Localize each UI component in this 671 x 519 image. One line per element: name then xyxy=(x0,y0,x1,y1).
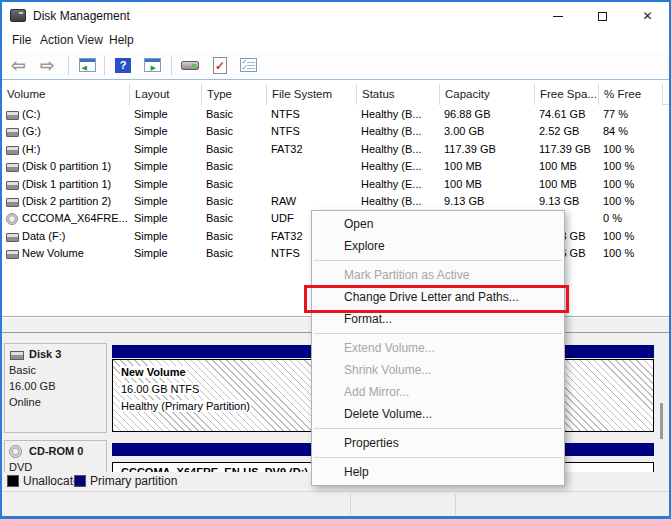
disk-management-window: Disk Management ✕ FileActionViewHelp ⇦⇨◀… xyxy=(0,0,671,519)
table-cell: NTFS xyxy=(271,125,300,137)
disk3-label-panel[interactable]: Disk 3 Basic 16.00 GB Online xyxy=(4,343,107,433)
menu-item-shrink-volume: Shrink Volume... xyxy=(312,359,564,381)
console-tree-icon[interactable]: ◀ xyxy=(75,55,99,77)
bottom-pane-scrollbar[interactable] xyxy=(658,337,665,468)
table-cell: (H:) xyxy=(22,143,40,155)
menubar-item-view[interactable]: View xyxy=(77,33,103,47)
table-cell: Basic xyxy=(206,108,233,120)
table-cell: 96.88 GB xyxy=(444,108,490,120)
check-glyph: ✓ xyxy=(213,57,227,74)
menu-item-properties[interactable]: Properties xyxy=(312,432,564,454)
table-row[interactable]: (H:)SimpleBasicFAT32Healthy (B...117.39 … xyxy=(2,142,669,159)
back-icon[interactable]: ⇦ xyxy=(6,55,30,77)
toolbar-separator xyxy=(171,56,172,75)
table-cell: Simple xyxy=(134,178,168,190)
console-tree-icon: ◀ xyxy=(79,58,96,72)
help-icon[interactable]: ? xyxy=(111,55,135,77)
table-cell: 100 % xyxy=(603,178,634,190)
drive-icon xyxy=(6,163,19,172)
menu-item-help[interactable]: Help xyxy=(312,461,564,483)
column-header-capacity[interactable]: Capacity xyxy=(440,84,535,105)
partition-health: Healthy (Primary Partition) xyxy=(120,400,251,412)
scrollbar-thumb[interactable] xyxy=(660,403,663,439)
forward-icon[interactable]: ⇨ xyxy=(35,55,59,77)
minimize-button[interactable] xyxy=(535,2,580,30)
drive-icon xyxy=(6,128,19,137)
column-header-type[interactable]: Type xyxy=(202,84,267,105)
maximize-button[interactable] xyxy=(580,2,625,30)
drive-icon xyxy=(6,250,19,259)
table-cell: RAW xyxy=(271,195,296,207)
table-cell: 3.00 GB xyxy=(444,125,484,137)
menu-separator xyxy=(314,428,562,429)
drive-icon xyxy=(6,181,19,190)
context-menu: OpenExploreMark Partition as ActiveChang… xyxy=(311,210,565,486)
table-cell: NTFS xyxy=(271,108,300,120)
table-cell: CCCOMA_X64FRE... xyxy=(22,212,128,224)
table-cell: 84 % xyxy=(603,125,628,137)
table-row[interactable]: (G:)SimpleBasicNTFSHealthy (B...3.00 GB2… xyxy=(2,124,669,141)
title-bar: Disk Management ✕ xyxy=(2,2,669,30)
table-cell: 100 MB xyxy=(539,178,577,190)
table-row[interactable]: (Disk 0 partition 1)SimpleBasicHealthy (… xyxy=(2,159,669,176)
statusbar-divider xyxy=(455,494,456,515)
table-cell: (Disk 1 partition 1) xyxy=(22,178,111,190)
table-cell: (G:) xyxy=(22,125,41,137)
menu-item-extend-volume: Extend Volume... xyxy=(312,337,564,359)
menu-item-delete-volume[interactable]: Delete Volume... xyxy=(312,403,564,425)
column-header-file-system[interactable]: File System xyxy=(267,84,357,105)
disk-name: Disk 3 xyxy=(29,348,61,360)
toolbar-separator xyxy=(104,56,105,75)
table-cell: 100 % xyxy=(603,143,634,155)
table-cell: (C:) xyxy=(22,108,40,120)
menubar-item-help[interactable]: Help xyxy=(109,33,134,47)
titlebar-stripe xyxy=(80,59,95,62)
table-row[interactable]: (Disk 1 partition 1)SimpleBasicHealthy (… xyxy=(2,177,669,194)
menu-item-open[interactable]: Open xyxy=(312,213,564,235)
column-header-free-spa[interactable]: Free Spa... xyxy=(535,84,599,105)
menubar-item-file[interactable]: File xyxy=(12,33,31,47)
disk-icon xyxy=(10,351,24,360)
disk-type: Basic xyxy=(5,362,106,378)
column-header-free[interactable]: % Free xyxy=(599,84,663,105)
disk3-header: Disk 3 xyxy=(5,344,106,362)
list-glyph xyxy=(240,58,257,72)
menubar-item-action[interactable]: Action xyxy=(40,33,73,47)
column-header-volume[interactable]: Volume xyxy=(2,84,130,105)
refresh-check-icon[interactable]: ✓ xyxy=(208,55,232,77)
table-cell: Basic xyxy=(206,230,233,242)
column-header-status[interactable]: Status xyxy=(357,84,440,105)
partition-size: 16.00 GB NTFS xyxy=(120,383,200,395)
partition-name: New Volume xyxy=(120,366,187,378)
table-row[interactable]: (C:)SimpleBasicNTFSHealthy (B...96.88 GB… xyxy=(2,107,669,124)
cdrom0-label-panel[interactable]: CD-ROM 0 DVD xyxy=(4,440,107,472)
table-cell: 100 MB xyxy=(444,178,482,190)
table-cell: Simple xyxy=(134,108,168,120)
table-cell: 9.13 GB xyxy=(444,195,484,207)
table-cell: Basic xyxy=(206,195,233,207)
drive-icon xyxy=(6,198,19,207)
question-glyph: ? xyxy=(115,58,131,73)
app-icon xyxy=(10,9,26,22)
column-header-layout[interactable]: Layout xyxy=(130,84,202,105)
menu-item-add-mirror: Add Mirror... xyxy=(312,381,564,403)
table-cell: 9.13 GB xyxy=(539,195,579,207)
menu-item-explore[interactable]: Explore xyxy=(312,235,564,257)
action-pane-icon: ▶ xyxy=(144,58,161,72)
disc-icon xyxy=(6,213,18,225)
table-cell: (Disk 2 partition 2) xyxy=(22,195,111,207)
titlebar-stripe xyxy=(145,59,160,62)
close-button[interactable]: ✕ xyxy=(625,2,670,30)
action-pane-icon[interactable]: ▶ xyxy=(140,55,164,77)
table-cell: 100 MB xyxy=(539,160,577,172)
device-icon[interactable] xyxy=(178,55,202,77)
disk-size: 16.00 GB xyxy=(5,378,106,394)
statusbar-divider xyxy=(350,494,351,515)
table-cell: Simple xyxy=(134,247,168,259)
legend-swatch-primary-partition xyxy=(74,475,86,487)
table-cell: Healthy (B... xyxy=(361,195,422,207)
drive-icon xyxy=(6,111,19,120)
table-row[interactable]: (Disk 2 partition 2)SimpleBasicRAWHealth… xyxy=(2,194,669,211)
properties-icon[interactable] xyxy=(236,55,260,77)
table-cell: FAT32 xyxy=(271,143,303,155)
